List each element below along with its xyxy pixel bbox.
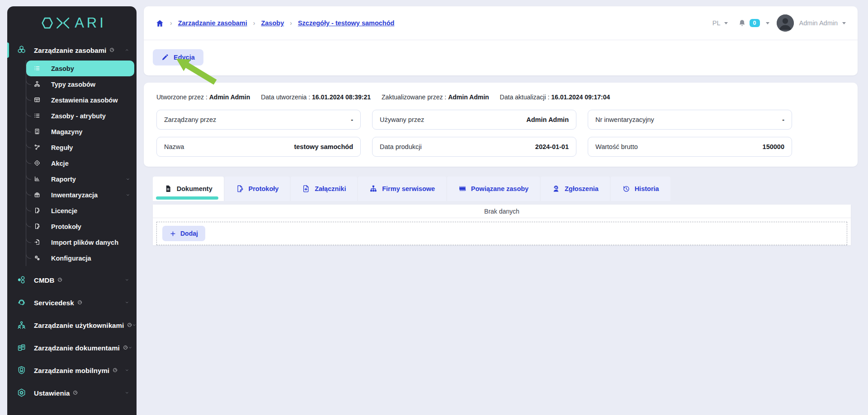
- breadcrumb-link-szczegoly-testowy-samochod[interactable]: Szczegóły - testowy samochód: [298, 19, 395, 27]
- tab-panel: Brak danych Dodaj: [153, 205, 851, 245]
- sidebar-group-servicedesk[interactable]: Servicedesk: [7, 291, 137, 314]
- submenu-zarzadzanie-zasobami: ZasobyTypy zasobówZestawienia zasobówZas…: [26, 61, 134, 266]
- sidebar-item-label: Import plików danych: [51, 239, 118, 246]
- sidebar-item-label: Protokoły: [51, 223, 81, 230]
- chevron-down-icon: [126, 193, 130, 197]
- meta-label: Data utworzenia :: [261, 93, 310, 101]
- sidebar: ARI Zarządzanie zasobamiZasobyTypy zasob…: [7, 6, 137, 415]
- logo-text: ARI: [75, 15, 106, 31]
- sidebar-item-label: Zasoby: [51, 65, 74, 72]
- sidebar-group-label: Zarządzanie zasobami: [34, 47, 106, 54]
- tab-zalaczniki[interactable]: Załączniki: [291, 177, 357, 201]
- field-nazwa: Nazwatestowy samochód: [156, 137, 361, 157]
- headset-icon: [15, 298, 28, 307]
- tab-historia[interactable]: Historia: [611, 177, 670, 201]
- sidebar-item-zasoby-atrybuty[interactable]: Zasoby - atrybuty: [26, 108, 134, 124]
- sidebar-item-zestawienia-zasobow[interactable]: Zestawienia zasobów: [26, 92, 134, 108]
- sidebar-nav: Zarządzanie zasobamiZasobyTypy zasobówZe…: [7, 40, 137, 404]
- sidebar-group-zarzadzanie-uzytkownikami[interactable]: Zarządzanie użytkownikami: [7, 314, 137, 336]
- field-value: testowy samochód: [294, 143, 353, 150]
- user-name: Admin Admin: [799, 19, 838, 27]
- tab-label: Firmy serwisowe: [382, 185, 435, 192]
- tab-label: Dokumenty: [177, 185, 212, 192]
- sidebar-item-protokoly[interactable]: Protokoły: [26, 219, 134, 234]
- tab-agent-icon: [552, 185, 560, 193]
- sidebar-group-label: Zarządzanie mobilnymi: [34, 367, 109, 374]
- sidebar-item-import-plikow-danych[interactable]: Import plików danych: [26, 234, 134, 250]
- tab-label: Protokoły: [249, 185, 279, 192]
- warehouse-icon: [33, 128, 42, 135]
- language-selector[interactable]: PL: [712, 19, 728, 27]
- sidebar-group-label: Servicedesk: [34, 299, 74, 307]
- sidebar-item-akcje[interactable]: Akcje: [26, 155, 134, 171]
- avatar[interactable]: [777, 14, 794, 32]
- sidebar-group-zarzadzanie-mobilnymi[interactable]: Zarządzanie mobilnymi: [7, 359, 137, 382]
- sidebar-item-typy-zasobow[interactable]: Typy zasobów: [26, 76, 134, 92]
- meta-label: Zaktualizowane przez :: [382, 93, 446, 101]
- breadcrumb-home[interactable]: [156, 19, 164, 28]
- user-menu[interactable]: Admin Admin: [799, 19, 846, 27]
- chevron-down-icon: [125, 368, 129, 373]
- meta-label: Utworzone przez :: [156, 93, 208, 101]
- tab-history-icon: [622, 185, 630, 193]
- doc-pen-icon: [33, 223, 42, 229]
- gauge-badge-icon: [73, 390, 78, 395]
- field-label: Nr inwentaryzacyjny: [595, 116, 654, 123]
- sidebar-group-zarzadzanie-zasobami[interactable]: Zarządzanie zasobami: [7, 40, 137, 61]
- sidebar-item-licencje[interactable]: Licencje: [26, 203, 134, 219]
- breadcrumb-link-zarzadzanie-zasobami[interactable]: Zarządzanie zasobami: [178, 19, 247, 27]
- tab-label: Załączniki: [315, 185, 346, 192]
- tab-dokumenty[interactable]: Dokumenty: [153, 177, 224, 201]
- language-label: PL: [712, 19, 721, 27]
- edit-button[interactable]: Edycja: [153, 49, 203, 65]
- edit-button-label: Edycja: [174, 54, 195, 61]
- field-value: -: [782, 116, 784, 123]
- meta-data-aktualizacji: Data aktualizacji : 16.01.2024 09:17:04: [500, 93, 610, 101]
- tab-protokoly[interactable]: Protokoły: [225, 177, 290, 201]
- mobile-shield-icon: [15, 366, 28, 374]
- sidebar-group-ustawienia[interactable]: Ustawienia: [7, 382, 137, 404]
- breadcrumb: ›Zarządzanie zasobami›Zasoby›Szczegóły -…: [156, 19, 394, 28]
- chart-icon: [33, 176, 42, 182]
- gauge-badge-icon: [127, 322, 132, 327]
- field-value: Admin Admin: [526, 116, 569, 123]
- sidebar-collapse-toggle[interactable]: Przełącz menu: [7, 408, 137, 415]
- sidebar-item-zasoby[interactable]: Zasoby: [26, 61, 134, 76]
- sidebar-group-cmdb[interactable]: CMDB: [7, 269, 137, 291]
- chevron-down-icon: [125, 278, 129, 282]
- field-data-produkcji: Data produkcji2024-01-01: [372, 137, 576, 157]
- field-wartosc-brutto: Wartość brutto150000: [588, 137, 792, 157]
- hexagons-icon: [15, 46, 28, 54]
- chevron-down-icon: [126, 177, 130, 182]
- notifications-button[interactable]: 0: [738, 19, 769, 28]
- meta-label: Data aktualizacji :: [500, 93, 550, 101]
- gauge-badge-icon: [113, 368, 118, 373]
- plus-icon: [170, 230, 176, 237]
- tab-powiazane-zasoby[interactable]: Powiązane zasoby: [447, 177, 540, 201]
- tab-firmy-serwisowe[interactable]: Firmy serwisowe: [358, 177, 446, 201]
- tab-zgloszenia[interactable]: Zgłoszenia: [541, 177, 610, 201]
- field-zarzadzany-przez: Zarządzany przez-: [156, 110, 361, 130]
- sidebar-group-label: CMDB: [34, 276, 54, 284]
- sidebar-item-konfiguracja[interactable]: Konfiguracja: [26, 250, 134, 266]
- chevron-down-icon: [128, 345, 132, 350]
- gauge-badge-icon: [77, 300, 82, 305]
- header-right-cluster: PL 0 Admin Admin: [712, 14, 846, 32]
- tab-bar: DokumentyProtokołyZałącznikiFirmy serwis…: [153, 177, 858, 201]
- sidebar-item-raporty[interactable]: Raporty: [26, 171, 134, 187]
- sidebar-group-label: Ustawienia: [34, 389, 70, 397]
- add-dropzone: Dodaj: [156, 222, 847, 245]
- gauge-badge-icon: [109, 47, 114, 52]
- sidebar-item-magazyny[interactable]: Magazyny: [26, 124, 134, 140]
- top-bar: ›Zarządzanie zasobami›Zasoby›Szczegóły -…: [144, 6, 858, 40]
- add-button[interactable]: Dodaj: [162, 226, 205, 241]
- breadcrumb-link-zasoby[interactable]: Zasoby: [261, 19, 284, 27]
- sidebar-group-zarzadzanie-dokumentami[interactable]: Zarządzanie dokumentami: [7, 336, 137, 359]
- sidebar-item-inwentaryzacja[interactable]: Inwentaryzacja: [26, 187, 134, 203]
- doc-import-icon: [33, 239, 42, 245]
- sidebar-item-reguly[interactable]: Reguły: [26, 140, 134, 155]
- hierarchy-icon: [33, 81, 42, 87]
- users-icon: [15, 321, 28, 329]
- field-value: 150000: [763, 143, 784, 150]
- meta-value: Admin Admin: [448, 93, 489, 101]
